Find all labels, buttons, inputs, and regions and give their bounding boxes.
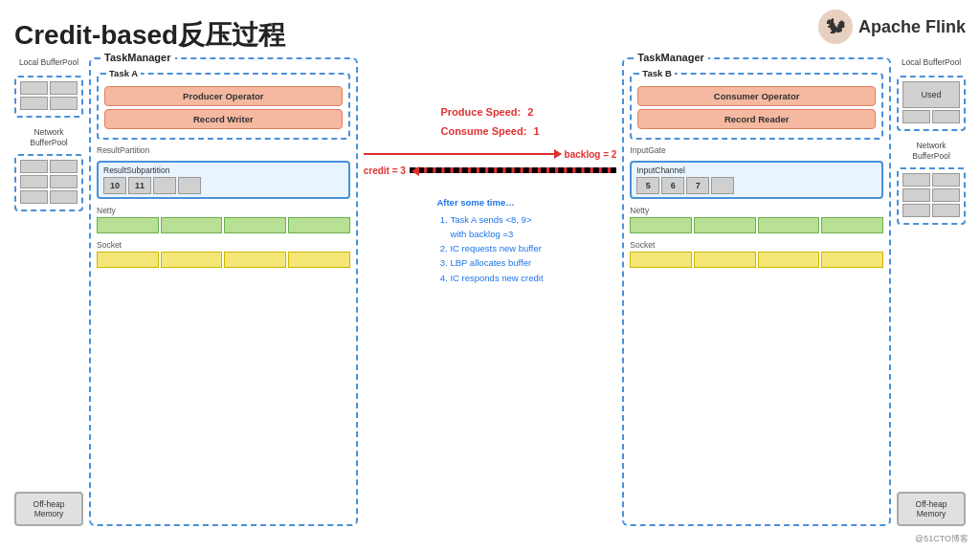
result-partition-label: ResultPartition — [97, 145, 350, 155]
producer-operator-box: Producer Operator — [104, 86, 343, 106]
left-tm-label: TaskManager — [100, 52, 175, 63]
right-network-pool-box — [897, 167, 966, 225]
rnetty-cell-4 — [821, 217, 883, 233]
apache-flink-logo: 🐿 Apache Flink — [818, 10, 966, 44]
socket-cell-4 — [288, 252, 350, 268]
backlog-arrow — [554, 149, 562, 159]
watermark: @51CTO博客 — [915, 533, 969, 545]
info-box: After some time… Task A sends <8, 9>with… — [436, 195, 543, 285]
rsocket-cell-4 — [821, 252, 883, 268]
produce-speed-value: 2 — [527, 106, 533, 118]
consume-speed-label: Consume Speed: — [440, 125, 526, 137]
right-offheap-label: Off-heap Memory — [897, 492, 966, 526]
task-b-box: Task B Consumer Operator Record Reader — [630, 73, 883, 140]
input-gate-label: InputGate — [630, 145, 883, 155]
credit-row: credit = 3 — [364, 165, 617, 176]
credit-label: credit = 3 — [364, 165, 406, 176]
rnetty-cell-1 — [630, 217, 692, 233]
netty-cell-1 — [97, 217, 159, 233]
left-offheap-label: Off-heap Memory — [14, 492, 83, 526]
left-socket-section: Socket — [97, 240, 350, 268]
left-socket-label: Socket — [97, 240, 350, 250]
logo-text: Apache Flink — [858, 17, 966, 37]
info-title: After some time… — [436, 195, 543, 209]
buf-11: 11 — [128, 177, 151, 194]
rsocket-cell-3 — [758, 252, 820, 268]
task-a-box: Task A Producer Operator Record Writer — [97, 73, 350, 140]
rnetty-cell-2 — [694, 217, 756, 233]
buf-7: 7 — [686, 177, 709, 194]
left-pools-column: Local BufferPool Network BufferPool Off-… — [14, 57, 83, 526]
right-socket-label: Socket — [630, 240, 883, 250]
result-subpartition-title: ResultSubpartition — [103, 165, 344, 175]
produce-speed-label: Produce Speed: — [440, 106, 521, 118]
right-local-pool-box: Used — [897, 76, 966, 131]
buf-blank-r — [711, 177, 734, 194]
netty-cell-4 — [288, 217, 350, 233]
left-socket-buffers — [97, 252, 350, 268]
buf-6: 6 — [661, 177, 684, 194]
buf-blank-1 — [153, 177, 176, 194]
task-a-label: Task A — [106, 68, 141, 78]
buf-10: 10 — [103, 177, 126, 194]
info-list: Task A sends <8, 9>with backlog =3 IC re… — [436, 212, 543, 285]
left-taskmanager: TaskManager Task A Producer Operator Rec… — [89, 57, 358, 526]
record-reader-box: Record Reader — [637, 109, 876, 129]
rsocket-cell-2 — [694, 252, 756, 268]
socket-cell-2 — [161, 252, 223, 268]
backlog-arrow-area: backlog = 2 credit = 3 — [364, 149, 617, 176]
info-item-3: LBP allocates buffer — [450, 255, 543, 270]
flink-icon: 🐿 — [818, 10, 853, 44]
input-channel-title: InputChannel — [636, 165, 877, 175]
right-netty-section: Netty — [630, 206, 883, 233]
netty-cell-3 — [224, 217, 286, 233]
socket-cell-1 — [97, 252, 159, 268]
info-item-4: IC responds new credit — [450, 271, 543, 285]
used-cell: Used — [902, 81, 960, 108]
buf-5: 5 — [636, 177, 659, 194]
left-local-pool-box — [14, 76, 83, 118]
input-channel-box: InputChannel 5 6 7 — [630, 161, 883, 199]
center-area: Produce Speed: 2 Consume Speed: 1 backlo… — [364, 57, 617, 526]
header: Credit-based反压过程 🐿 Apache Flink — [14, 10, 966, 54]
info-item-2: IC requests new buffer — [450, 241, 543, 255]
backlog-row: backlog = 2 — [364, 149, 617, 160]
rnetty-cell-3 — [758, 217, 820, 233]
consume-speed-value: 1 — [533, 125, 539, 137]
left-netty-buffers — [97, 217, 350, 233]
consumer-operator-box: Consumer Operator — [637, 86, 876, 106]
right-socket-section: Socket — [630, 240, 883, 268]
right-socket-buffers — [630, 252, 883, 268]
left-local-bufpool-label: Local BufferPool — [14, 57, 83, 68]
right-tm-label: TaskManager — [634, 52, 708, 63]
socket-cell-3 — [224, 252, 286, 268]
right-taskmanager: TaskManager Task B Consumer Operator Rec… — [622, 57, 891, 526]
right-local-bufpool-label: Local BufferPool — [897, 57, 966, 68]
info-item-1: Task A sends <8, 9>with backlog =3 — [450, 212, 543, 241]
right-pools-column: Local BufferPool Used Network BufferPool… — [897, 57, 966, 526]
right-netty-buffers — [630, 217, 883, 233]
page: Credit-based反压过程 🐿 Apache Flink Local Bu… — [0, 0, 980, 551]
task-b-label: Task B — [639, 68, 674, 78]
rsocket-cell-1 — [630, 252, 692, 268]
input-channel-buffers: 5 6 7 — [636, 177, 877, 194]
page-title: Credit-based反压过程 — [14, 17, 285, 54]
left-network-pool-box — [14, 154, 83, 211]
record-writer-box: Record Writer — [104, 109, 343, 129]
backlog-label: backlog = 2 — [565, 149, 617, 160]
result-subpartition-buffers: 10 11 — [103, 177, 344, 194]
speed-info: Produce Speed: 2 Consume Speed: 1 — [440, 103, 539, 142]
right-netty-label: Netty — [630, 206, 883, 215]
result-subpartition-box: ResultSubpartition 10 11 — [97, 161, 350, 199]
buf-blank-2 — [178, 177, 201, 194]
backlog-line — [364, 153, 561, 155]
credit-arrow — [412, 166, 419, 176]
left-netty-label: Netty — [97, 206, 350, 215]
left-netty-section: Netty — [97, 206, 350, 233]
right-network-bufpool-label: Network BufferPool — [897, 141, 966, 162]
left-network-bufpool-label: Network BufferPool — [14, 127, 83, 148]
credit-line — [410, 167, 616, 173]
netty-cell-2 — [161, 217, 223, 233]
